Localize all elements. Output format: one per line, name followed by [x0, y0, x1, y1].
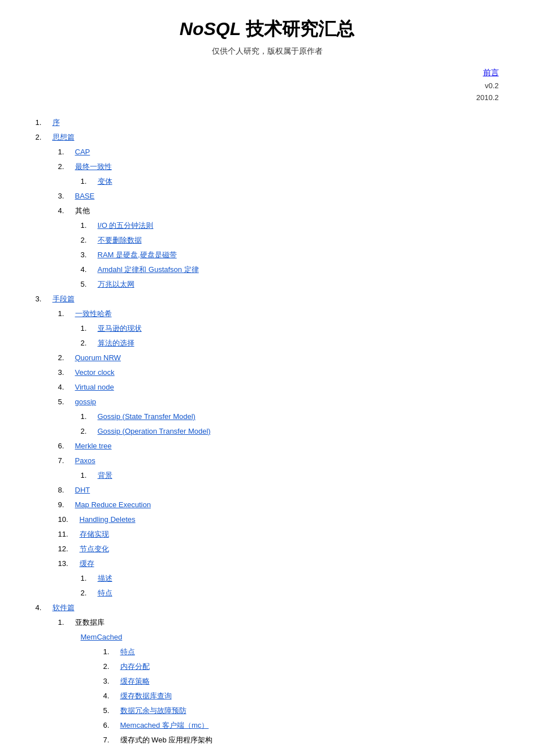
- toc-link[interactable]: 内存分配: [120, 659, 150, 674]
- toc-item: 1.亚马逊的现状: [36, 321, 499, 336]
- toc-num: 4.: [58, 380, 75, 395]
- toc-link[interactable]: Paxos: [75, 453, 95, 468]
- toc-link[interactable]: 特点: [98, 586, 112, 601]
- toc-num: 1.: [81, 409, 98, 424]
- toc-link[interactable]: 最终一致性: [75, 159, 112, 174]
- toc-item: 1.一致性哈希: [36, 306, 499, 321]
- toc-link[interactable]: I/O 的五分钟法则: [98, 218, 154, 233]
- toc-num: 2.: [81, 336, 98, 351]
- toc-link[interactable]: Handling Deletes: [80, 512, 136, 527]
- toc-link[interactable]: Merkle tree: [75, 439, 112, 453]
- toc-link[interactable]: 数据冗余与故障预防: [120, 703, 186, 718]
- toc-num: 1.: [81, 571, 98, 586]
- toc-link[interactable]: 亚马逊的现状: [98, 321, 142, 336]
- toc-num: 1.: [81, 174, 98, 189]
- toc-link[interactable]: Quorum NRW: [75, 351, 121, 365]
- toc-link[interactable]: 缓存策略: [120, 674, 150, 689]
- toc-item: 3.BASE: [36, 189, 499, 204]
- top-link-container: 前言: [36, 68, 499, 78]
- toc-link[interactable]: DHT: [75, 483, 90, 498]
- toc-item: 1.序: [36, 115, 499, 130]
- toc-link[interactable]: 不要删除数据: [98, 233, 142, 248]
- date: 2010.2: [36, 92, 499, 104]
- toc-item: 2.内存分配: [36, 659, 499, 674]
- toc-item: 8.DHT: [36, 483, 499, 498]
- toc-link[interactable]: gossip: [75, 395, 97, 409]
- toc-item: 12.节点变化: [36, 542, 499, 556]
- toc-num: 1.: [58, 145, 75, 159]
- toc-link[interactable]: CAP: [75, 145, 90, 159]
- toc-num: 2.: [103, 659, 120, 674]
- toc-link[interactable]: 描述: [98, 571, 112, 586]
- toc-num: 1.: [81, 468, 98, 483]
- toc-link[interactable]: 万兆以太网: [98, 277, 134, 292]
- toc-item: 2.特点: [36, 586, 499, 601]
- toc-item: 5.数据冗余与故障预防: [36, 703, 499, 718]
- toc-item: 3.Vector clock: [36, 365, 499, 380]
- toc-link[interactable]: 特点: [120, 645, 135, 659]
- toc-item: 2.最终一致性: [36, 159, 499, 174]
- toc-num: 4.: [103, 689, 120, 703]
- toc-link[interactable]: 手段篇: [53, 292, 75, 306]
- toc-num: 9.: [58, 498, 75, 512]
- toc-item: 1.Gossip (State Transfer Model): [36, 409, 499, 424]
- toc-link[interactable]: 思想篇: [53, 130, 75, 145]
- toc-link[interactable]: 缓存: [80, 556, 94, 571]
- toc-link[interactable]: 存储实现: [80, 527, 109, 542]
- title-rest: 技术研究汇总: [241, 19, 354, 39]
- version-info: v0.2 2010.2: [36, 80, 499, 104]
- toc-link[interactable]: 背景: [98, 468, 112, 483]
- toc-item: 11.存储实现: [36, 527, 499, 542]
- toc-num: 5.: [58, 395, 75, 409]
- toc-item: 5.gossip: [36, 395, 499, 409]
- toc-link[interactable]: Gossip (Operation Transfer Model): [98, 424, 211, 439]
- table-of-contents: 1.序2.思想篇1.CAP2.最终一致性1.变体3.BASE4.其他1.I/O …: [36, 115, 499, 748]
- toc-link[interactable]: 变体: [98, 174, 112, 189]
- toc-item: 2.思想篇: [36, 130, 499, 145]
- version: v0.2: [36, 80, 499, 92]
- toc-num: 1.: [81, 321, 98, 336]
- toc-num: 6.: [103, 718, 120, 733]
- toc-link[interactable]: 缓存数据库查询: [120, 689, 172, 703]
- toc-num: 2.: [81, 424, 98, 439]
- toc-link[interactable]: 一致性哈希: [75, 306, 112, 321]
- toc-link[interactable]: MemCached: [81, 630, 123, 645]
- toc-link[interactable]: Map Reduce Execution: [75, 498, 151, 512]
- toc-num: 3.: [81, 248, 98, 262]
- toc-item: 3.手段篇: [36, 292, 499, 306]
- toc-item: 1.变体: [36, 174, 499, 189]
- toc-item: 3.缓存策略: [36, 674, 499, 689]
- toc-num: 2.: [36, 130, 53, 145]
- toc-link[interactable]: 算法的选择: [98, 336, 134, 351]
- toc-item: 2.Quorum NRW: [36, 351, 499, 365]
- toc-item: 4.Virtual node: [36, 380, 499, 395]
- toc-text: 亚数据库: [75, 615, 105, 630]
- toc-link[interactable]: Virtual node: [75, 380, 114, 395]
- toc-item: 1.特点: [36, 645, 499, 659]
- toc-num: 6.: [58, 439, 75, 453]
- toc-item: 6.Merkle tree: [36, 439, 499, 453]
- toc-item: 13.缓存: [36, 556, 499, 571]
- toc-num: 2.: [81, 233, 98, 248]
- toc-num: 7.: [58, 453, 75, 468]
- foreword-link[interactable]: 前言: [483, 68, 499, 77]
- subtitle: 仅供个人研究，版权属于原作者: [36, 46, 499, 57]
- toc-link[interactable]: 节点变化: [80, 542, 109, 556]
- title-nosql: NoSQL: [180, 19, 241, 39]
- toc-num: 12.: [58, 542, 80, 556]
- toc-link[interactable]: Gossip (State Transfer Model): [98, 409, 196, 424]
- toc-num: 8.: [58, 483, 75, 498]
- toc-link[interactable]: Vector clock: [75, 365, 115, 380]
- toc-num: 10.: [58, 512, 80, 527]
- toc-item: 9.Map Reduce Execution: [36, 498, 499, 512]
- toc-link[interactable]: Memcached 客户端（mc）: [120, 718, 209, 733]
- toc-link[interactable]: Amdahl 定律和 Gustafson 定律: [98, 262, 199, 277]
- toc-item: 7.缓存式的 Web 应用程序架构: [36, 733, 499, 748]
- toc-link[interactable]: 软件篇: [53, 601, 75, 615]
- toc-link[interactable]: RAM 是硬盘,硬盘是磁带: [98, 248, 177, 262]
- toc-text: 其他: [75, 204, 90, 218]
- toc-item: 2.Gossip (Operation Transfer Model): [36, 424, 499, 439]
- toc-link[interactable]: BASE: [75, 189, 95, 204]
- toc-item: MemCached: [36, 630, 499, 645]
- toc-link[interactable]: 序: [53, 115, 60, 130]
